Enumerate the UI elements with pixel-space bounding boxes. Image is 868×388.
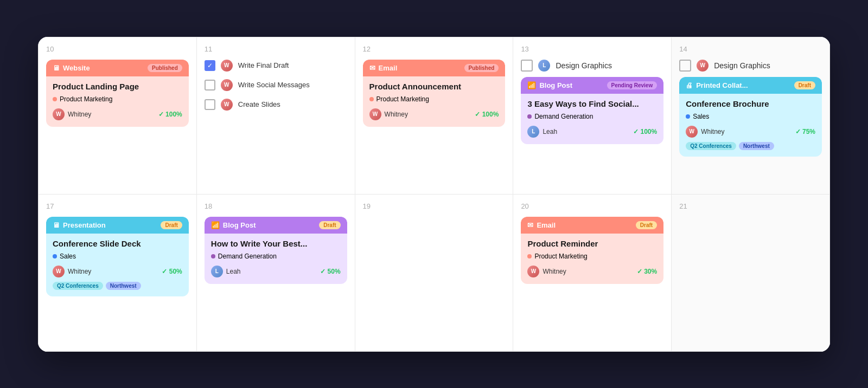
- card-label: Presentation: [63, 221, 106, 229]
- calendar-cell-12: 12 ✉ Email Published Product Announcemen…: [355, 37, 514, 195]
- day-number: 14: [679, 45, 822, 53]
- card-label: Email: [379, 64, 398, 72]
- card-footer: W Whitney ✓ 100%: [369, 108, 499, 120]
- card-title: How to Write Your Best...: [211, 239, 341, 248]
- card-body: 3 Easy Ways to Find Social... Demand Gen…: [521, 94, 663, 144]
- tag-pill: Northwest: [106, 282, 141, 290]
- tag-pill: Q2 Conferences: [686, 142, 736, 150]
- card-type-icon: 📶: [211, 221, 220, 229]
- assignee-name: Whitney: [385, 111, 408, 118]
- card-footer: L Leah ✓ 50%: [211, 266, 341, 277]
- content-card[interactable]: ✉ Email Published Product Announcement P…: [363, 60, 506, 127]
- design-checkbox[interactable]: [521, 60, 533, 72]
- assignee-name: Whitney: [542, 268, 566, 275]
- progress: ✓ 30%: [637, 268, 657, 275]
- design-item: L Design Graphics: [521, 60, 663, 72]
- status-badge: Pending Review: [607, 81, 658, 89]
- design-text: Design Graphics: [556, 61, 612, 70]
- card-type-label: ✉ Email: [527, 221, 556, 229]
- card-type-label: 🖥 Presentation: [53, 221, 106, 229]
- day-number: 13: [521, 45, 663, 53]
- card-footer: W Whitney ✓ 100%: [53, 108, 182, 120]
- checklist-item: W Create Slides: [205, 99, 347, 111]
- avatar: W: [697, 60, 709, 72]
- card-tag: Demand Generation: [527, 113, 657, 120]
- content-card[interactable]: 🖥 Presentation Draft Conference Slide De…: [46, 217, 189, 296]
- card-type-icon: 🖨: [686, 81, 693, 89]
- card-header: ✉ Email Published: [363, 60, 506, 76]
- checklist-item: W Write Social Messages: [205, 79, 347, 91]
- tag-dot: [53, 254, 57, 258]
- assignee-name: Leah: [542, 128, 557, 135]
- card-type-icon: ✉: [369, 64, 375, 72]
- calendar-container: 10 🖥 Website Published Product Landing P…: [38, 37, 830, 352]
- content-card[interactable]: 📶 Blog Post Draft How to Write Your Best…: [205, 217, 347, 284]
- status-badge: Published: [148, 64, 182, 72]
- card-body: Conference Brochure Sales W Whitney ✓ 75…: [679, 94, 822, 157]
- design-text: Design Graphics: [714, 61, 770, 70]
- content-card[interactable]: 📶 Blog Post Pending Review 3 Easy Ways t…: [521, 77, 663, 144]
- assignee: W Whitney: [53, 266, 91, 277]
- progress: ✓ 100%: [158, 111, 182, 118]
- tag-label: Product Marketing: [376, 95, 429, 103]
- card-type-label: 🖥 Website: [53, 64, 90, 72]
- content-card[interactable]: ✉ Email Draft Product Reminder Product M…: [521, 217, 663, 284]
- avatar: L: [211, 266, 223, 277]
- status-badge: Published: [464, 64, 499, 72]
- card-footer: W Whitney ✓ 30%: [527, 266, 657, 277]
- tags-row: Q2 ConferencesNorthwest: [53, 282, 182, 290]
- calendar-grid: 10 🖥 Website Published Product Landing P…: [38, 37, 830, 352]
- avatar: W: [53, 108, 65, 120]
- checklist-text: Create Slides: [238, 100, 280, 108]
- design-checkbox[interactable]: [679, 60, 691, 72]
- day-number: 10: [46, 45, 189, 53]
- calendar-cell-18: 18 📶 Blog Post Draft How to Write Your B…: [197, 195, 355, 352]
- assignee-name: Leah: [226, 268, 241, 275]
- status-badge: Draft: [161, 221, 182, 229]
- tag-pill: Q2 Conferences: [53, 282, 103, 290]
- progress: ✓ 50%: [320, 268, 340, 275]
- card-type-label: 📶 Blog Post: [527, 81, 572, 89]
- card-label: Blog Post: [223, 221, 256, 229]
- card-label: Website: [63, 64, 90, 72]
- progress: ✓ 100%: [475, 111, 499, 118]
- day-number: 11: [205, 45, 347, 53]
- avatar: W: [221, 99, 233, 111]
- content-card[interactable]: 🖨 Printed Collat... Draft Conference Bro…: [679, 77, 822, 157]
- checklist-item: ✓ W Write Final Draft: [205, 60, 347, 72]
- card-body: Product Landing Page Product Marketing W…: [46, 76, 189, 127]
- tag-label: Sales: [693, 113, 709, 120]
- card-type-icon: ✉: [527, 221, 533, 229]
- assignee-name: Whitney: [68, 111, 91, 118]
- card-header: 📶 Blog Post Draft: [205, 217, 347, 234]
- calendar-cell-17: 17 🖥 Presentation Draft Conference Slide…: [39, 195, 197, 352]
- card-footer: L Leah ✓ 100%: [527, 126, 657, 138]
- progress: ✓ 50%: [162, 268, 182, 275]
- card-title: Product Reminder: [527, 239, 657, 248]
- assignee: W Whitney: [527, 266, 566, 277]
- checklist-text: Write Social Messages: [238, 81, 310, 89]
- calendar-cell-14: 14 W Design Graphics 🖨 Printed Collat...…: [672, 37, 830, 195]
- checkbox-unchecked[interactable]: [205, 99, 215, 110]
- day-number: 19: [363, 202, 506, 210]
- assignee-name: Whitney: [701, 128, 724, 135]
- assignee: W Whitney: [53, 108, 91, 120]
- card-body: Product Reminder Product Marketing W Whi…: [521, 234, 663, 284]
- avatar: L: [538, 60, 550, 72]
- assignee: L Leah: [527, 126, 557, 138]
- tag-dot: [527, 114, 532, 119]
- tag-label: Product Marketing: [60, 95, 112, 103]
- tag-dot: [686, 114, 690, 119]
- card-label: Blog Post: [539, 81, 572, 89]
- content-card[interactable]: 🖥 Website Published Product Landing Page…: [46, 60, 189, 127]
- checkbox-unchecked[interactable]: [205, 80, 215, 90]
- calendar-cell-20: 20 ✉ Email Draft Product Reminder Produc…: [513, 195, 672, 352]
- card-tag: Sales: [686, 113, 815, 120]
- progress: ✓ 75%: [795, 128, 815, 135]
- checkbox-checked[interactable]: ✓: [205, 60, 215, 71]
- day-number: 12: [363, 45, 506, 53]
- card-title: Conference Slide Deck: [53, 239, 182, 248]
- card-body: Conference Slide Deck Sales W Whitney ✓ …: [46, 234, 189, 296]
- tag-dot: [53, 97, 57, 101]
- avatar: W: [221, 60, 233, 72]
